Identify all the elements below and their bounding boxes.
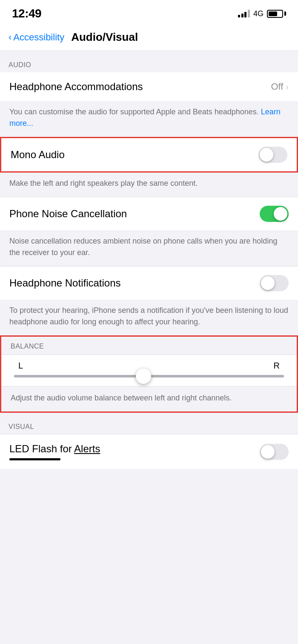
status-time: 12:49: [12, 7, 41, 20]
balance-right-label: R: [274, 361, 280, 371]
toggle-thumb: [274, 207, 287, 221]
headphone-description: You can customise the audio for supporte…: [0, 101, 298, 137]
mono-audio-toggle[interactable]: [258, 147, 287, 163]
slider-thumb[interactable]: [136, 369, 151, 384]
slider-fill-left: [14, 375, 143, 377]
balance-section: BALANCE L R Adjust the audio volume bala…: [0, 335, 298, 413]
visual-section-header: VISUAL: [0, 413, 298, 434]
balance-left-label: L: [18, 361, 23, 371]
noise-cancellation-label: Phone Noise Cancellation: [9, 208, 127, 220]
balance-lr-row: L R: [1, 355, 297, 371]
page-title: Audio/Visual: [71, 31, 138, 44]
status-bar: 12:49 4G: [0, 0, 298, 26]
mono-description: Make the left and right speakers play th…: [0, 173, 298, 197]
signal-icon: [238, 10, 250, 17]
toggle-thumb: [260, 148, 273, 162]
chevron-left-icon: ‹: [9, 33, 11, 42]
balance-description: Adjust the audio volume balance between …: [1, 386, 297, 411]
headphone-accommodations-row[interactable]: Headphone Accommodations Off ›: [0, 72, 298, 101]
led-flash-underline: [9, 458, 60, 460]
headphone-accommodations-label: Headphone Accommodations: [9, 81, 143, 93]
toggle-thumb: [261, 445, 275, 459]
headphone-accommodations-value: Off ›: [271, 81, 289, 92]
chevron-right-icon: ›: [286, 82, 289, 92]
headphone-accommodations-status: Off: [271, 81, 283, 92]
headphone-accommodations-card: Headphone Accommodations Off ›: [0, 72, 298, 101]
mono-audio-highlight: Mono Audio: [0, 137, 298, 173]
notifications-description: To protect your hearing, iPhone sends a …: [0, 300, 298, 335]
noise-cancellation-row: Phone Noise Cancellation: [0, 197, 298, 230]
slider-fill-right: [143, 375, 284, 377]
mono-audio-row: Mono Audio: [1, 138, 297, 171]
toggle-thumb: [261, 276, 275, 290]
back-button[interactable]: ‹ Accessibility: [9, 32, 64, 43]
balance-slider-container: [1, 371, 297, 386]
status-icons: 4G: [238, 9, 286, 18]
back-label[interactable]: Accessibility: [13, 32, 64, 43]
led-flash-toggle[interactable]: [260, 444, 289, 460]
network-label: 4G: [253, 9, 264, 18]
battery-icon: [267, 10, 286, 18]
noise-cancellation-toggle[interactable]: [260, 206, 289, 222]
headphone-notifications-label: Headphone Notifications: [9, 277, 121, 289]
mono-audio-label: Mono Audio: [11, 149, 65, 161]
audio-section-header: AUDIO: [0, 51, 298, 72]
balance-header: BALANCE: [1, 337, 297, 355]
headphone-notifications-toggle[interactable]: [260, 275, 289, 291]
balance-slider-track[interactable]: [14, 375, 284, 377]
mono-audio-card: Mono Audio: [1, 138, 297, 171]
led-flash-row: LED Flash for Alerts: [0, 434, 298, 469]
led-flash-card: LED Flash for Alerts: [0, 434, 298, 469]
led-flash-label: LED Flash for Alerts: [9, 443, 100, 455]
nav-header: ‹ Accessibility Audio/Visual: [0, 26, 298, 51]
headphone-notifications-row: Headphone Notifications: [0, 267, 298, 300]
noise-cancellation-card: Phone Noise Cancellation: [0, 197, 298, 230]
noise-description: Noise cancellation reduces ambient noise…: [0, 230, 298, 266]
headphone-notifications-card: Headphone Notifications: [0, 267, 298, 300]
